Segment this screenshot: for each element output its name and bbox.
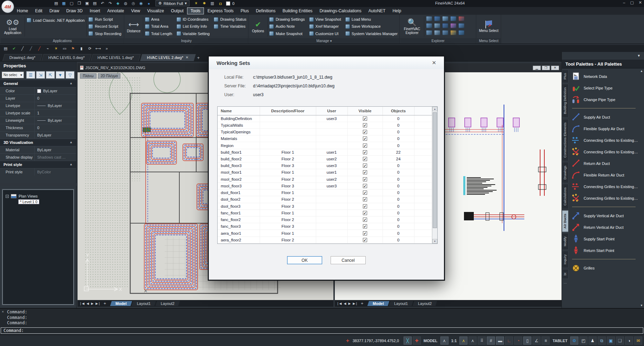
palette-item-connecting-grilles-to-existing-duct[interactable]: Connecting Grilles to Existing Duct ... bbox=[571, 192, 638, 204]
section-header-general[interactable]: General▲ bbox=[0, 80, 76, 87]
palette-item-flexible-supply-air-duct[interactable]: Flexible Supply Air Duct bbox=[571, 123, 638, 134]
cancel-button[interactable]: Cancel bbox=[331, 256, 366, 264]
working-set-row-Region[interactable]: Region✓0 bbox=[218, 142, 432, 149]
ribbon-tab-tools[interactable]: Tools bbox=[187, 7, 204, 14]
render-sphere-icon[interactable]: ● bbox=[145, 0, 152, 6]
ribbon-tab-annotate[interactable]: Annotate bbox=[104, 7, 127, 14]
table-scrollbar[interactable]: ▲ ▼ bbox=[432, 107, 437, 244]
angle-icon[interactable]: ∠ bbox=[532, 337, 540, 345]
column-header-visible[interactable]: Visible bbox=[347, 107, 383, 115]
viewport-minimize-button[interactable]: ▁ bbox=[533, 66, 541, 70]
save-as-icon[interactable]: ▤ bbox=[91, 0, 98, 6]
red-line-icon[interactable]: ╱ bbox=[36, 45, 43, 52]
new-drawing-tab-button[interactable]: + bbox=[197, 55, 200, 60]
visible-checkbox[interactable]: ✓ bbox=[363, 137, 367, 141]
viewport-restore-button[interactable]: ❐ bbox=[542, 66, 550, 70]
explorer-tool-icon-9[interactable] bbox=[450, 23, 456, 28]
explorer-tool-icon-7[interactable] bbox=[434, 23, 440, 28]
explorer-tool-icon-15[interactable] bbox=[458, 30, 464, 35]
info-icon[interactable]: ◑ bbox=[625, 337, 633, 345]
palette-tab-constructions-elements[interactable]: Constructions Elements bbox=[562, 119, 569, 161]
property-value-thickness[interactable]: 0 bbox=[34, 124, 76, 131]
working-set-row-TypicalWalls[interactable]: TypicalWalls✓0 bbox=[218, 122, 432, 128]
explorer-tool-icon-8[interactable] bbox=[442, 23, 448, 28]
tab-close-icon[interactable]: ✕ bbox=[186, 55, 188, 60]
realistic-sphere-icon[interactable]: ◉ bbox=[138, 0, 145, 6]
plumb-icon[interactable]: ⋏ bbox=[440, 337, 449, 345]
explorer-tool-icon-3[interactable] bbox=[442, 16, 448, 21]
view-chip-1[interactable]: 2D Πλέγμα bbox=[98, 73, 121, 79]
customize-ui-button[interactable]: Customize UI bbox=[309, 31, 341, 36]
section-header-3d-visualization[interactable]: 3D Visualization▲ bbox=[0, 139, 76, 146]
working-set-row-Materials[interactable]: Materials✓0 bbox=[218, 135, 432, 142]
ortho-icon[interactable]: ∟ bbox=[505, 337, 513, 345]
ribbon-tab-home[interactable]: Home bbox=[13, 7, 32, 14]
visible-checkbox[interactable]: ✓ bbox=[363, 238, 367, 242]
new-bld-icon[interactable]: ▤ bbox=[53, 0, 60, 6]
tool-palettes-title[interactable]: Tool Palettes - All Palettes bbox=[562, 60, 644, 68]
visible-checkbox[interactable]: ✓ bbox=[363, 218, 367, 222]
page-setup-icon[interactable]: ▥ bbox=[209, 0, 216, 6]
ribbon-tab-help[interactable]: Help bbox=[389, 7, 405, 14]
working-set-row-fanc_floor3[interactable]: fanc_floor3Floor 3✓0 bbox=[218, 223, 432, 230]
ribbon-tab-draw-3d[interactable]: Draw 3D bbox=[63, 7, 86, 14]
visible-checkbox[interactable]: ✓ bbox=[363, 191, 367, 195]
line-tool-icon[interactable]: ╱ bbox=[19, 45, 26, 52]
pickadd-toggle-icon[interactable]: ▼ bbox=[56, 71, 65, 79]
dialog-close-icon[interactable]: ✕ bbox=[432, 60, 436, 66]
property-value-transparency[interactable]: ByLayer bbox=[34, 132, 76, 139]
visible-checkbox[interactable]: ✓ bbox=[363, 204, 367, 208]
maximize-button[interactable]: ▢ bbox=[630, 0, 633, 5]
close-button[interactable]: ✕ bbox=[639, 0, 642, 5]
working-set-row-msol_floor1[interactable]: msol_floor1Floor 1user1✓0 bbox=[218, 169, 432, 176]
options-button[interactable]: ✔ Options bbox=[251, 16, 266, 37]
explorer-tool-icon-1[interactable] bbox=[426, 16, 432, 21]
sun-icon[interactable]: ✹ bbox=[201, 0, 208, 6]
ribbon-tab-building-entities[interactable]: Building Entities bbox=[279, 7, 316, 14]
layout-tab-layout1[interactable]: Layout1 bbox=[131, 301, 156, 306]
viewport-close-button[interactable]: ✕ bbox=[551, 66, 559, 70]
visible-checkbox[interactable]: ✓ bbox=[363, 224, 367, 228]
stop-recording-button[interactable]: Stop Recording bbox=[88, 31, 121, 36]
construction-line-icon[interactable]: ╱ bbox=[27, 45, 34, 52]
layout-tab-layout2[interactable]: Layout2 bbox=[155, 301, 180, 306]
annotation-visibility-icon[interactable]: ⋏ bbox=[469, 337, 477, 345]
column-header-objects[interactable]: Objects bbox=[383, 107, 414, 115]
grid-dots-icon[interactable]: ⠿ bbox=[478, 337, 486, 345]
hidden-sphere-icon[interactable]: ◍ bbox=[122, 0, 129, 6]
property-value-lineweight[interactable]: ByLayer bbox=[34, 117, 76, 124]
visible-checkbox[interactable]: ✓ bbox=[363, 117, 367, 121]
ribbon-tab-express-tools[interactable]: Express Tools bbox=[204, 7, 237, 14]
drawing-settings-button[interactable]: Drawing Settings bbox=[269, 17, 305, 22]
save-workspace-button[interactable]: Save Workspace bbox=[345, 24, 398, 29]
explorer-tool-icon-5[interactable] bbox=[458, 16, 464, 21]
palette-scrollbar[interactable]: ▲ ▼ bbox=[639, 68, 644, 308]
visible-checkbox[interactable]: ✓ bbox=[363, 144, 367, 148]
working-set-row-msol_floor3[interactable]: msol_floor3Floor 3user3✓0 bbox=[218, 182, 432, 189]
working-set-row-build_floor2[interactable]: build_floor2Floor 2user2✓24 bbox=[218, 155, 432, 162]
command-panel-close-icon[interactable]: ✕ bbox=[2, 310, 4, 313]
viewport-switch-icon[interactable]: ◰ bbox=[579, 337, 587, 345]
monitor-icon[interactable]: ▣ bbox=[607, 337, 615, 345]
view-snapshot-button[interactable]: View Snapshot bbox=[309, 17, 341, 22]
palette-tab-building-definition[interactable]: Building Definition bbox=[562, 84, 569, 118]
audio-note-button[interactable]: Audio Note bbox=[269, 24, 305, 29]
lamp-icon[interactable]: ☀ bbox=[193, 0, 200, 6]
layout-nav-arrows[interactable]: ❘◀◀▶▶❘＋ bbox=[79, 300, 107, 306]
settings-gear-icon[interactable]: ⚙ bbox=[570, 337, 578, 345]
scroll-up-icon[interactable]: ▲ bbox=[640, 69, 643, 73]
working-set-row-aera_floor2[interactable]: aera_floor2Floor 2✓0 bbox=[218, 237, 432, 243]
filter-funnel-icon[interactable]: ▽ bbox=[66, 71, 74, 79]
polar-icon[interactable]: ◔ bbox=[514, 337, 522, 345]
layout-nav-arrows[interactable]: ❘◀◀▶▶❘＋ bbox=[337, 300, 364, 306]
ribbon-mode-dropdown[interactable]: ⚙ Ribbon Full ▾ bbox=[155, 0, 190, 6]
time-variables-button[interactable]: Time Variables bbox=[214, 24, 246, 29]
user-icon[interactable]: ♟ bbox=[589, 337, 597, 345]
explorer-tool-icon-14[interactable] bbox=[450, 30, 456, 35]
palette-grip[interactable]: ⋯ bbox=[562, 281, 569, 285]
menu-select-button[interactable]: ↗ Menu Select bbox=[479, 16, 499, 37]
run-script-button[interactable]: Run Script bbox=[88, 17, 121, 22]
ribbon-tab-drawings-calculations[interactable]: Drawings-Calculations bbox=[316, 7, 365, 14]
ribbon-tab-view[interactable]: View bbox=[127, 7, 144, 14]
command-input[interactable]: Command: bbox=[1, 327, 643, 334]
